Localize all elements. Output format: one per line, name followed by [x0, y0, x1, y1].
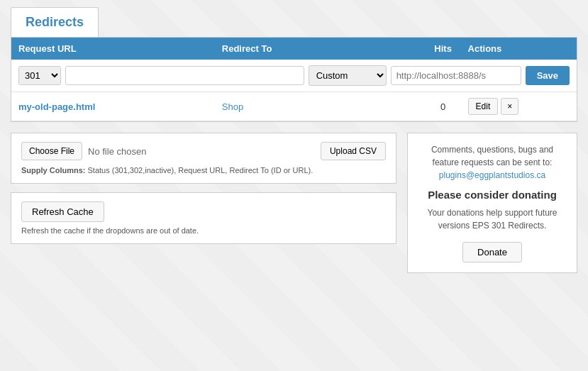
donate-text: Your donations help support future versi…	[419, 206, 565, 232]
header-hits: Hits	[426, 43, 461, 54]
edit-button[interactable]: Edit	[468, 98, 499, 115]
header-actions: Actions	[461, 43, 570, 54]
csv-upload-box: Choose File No file chosen Upload CSV Su…	[11, 133, 396, 184]
cell-actions: Edit ×	[461, 98, 570, 115]
redirect-type-wrap: Custom Page Post Category	[309, 65, 387, 86]
upload-csv-button[interactable]: Upload CSV	[321, 142, 386, 160]
cache-box: Refresh Cache Refresh the cache if the d…	[11, 192, 396, 244]
choose-file-button[interactable]: Choose File	[21, 142, 82, 160]
header-redirect-to: Redirect To	[222, 43, 426, 54]
redirect-url-input[interactable]	[391, 66, 521, 85]
cell-hits: 0	[426, 101, 461, 112]
redirect-type-select[interactable]: Custom Page Post Category	[309, 65, 387, 86]
redirects-table-card: Request URL Redirect To Hits Actions 301…	[11, 37, 577, 122]
add-redirect-row: 301 302 inactive Custom Page Post Catego…	[11, 60, 577, 92]
donate-button[interactable]: Donate	[462, 242, 522, 262]
page-title: Redirects	[11, 7, 99, 37]
delete-button[interactable]: ×	[501, 98, 518, 115]
csv-hint-text: Status (301,302,inactive), Request URL, …	[88, 166, 314, 175]
status-select[interactable]: 301 302 inactive	[18, 66, 61, 85]
csv-upload-row: Choose File No file chosen Upload CSV	[21, 142, 386, 160]
table-header-row: Request URL Redirect To Hits Actions	[11, 38, 577, 60]
cell-redirect-to: Shop	[222, 101, 426, 112]
save-button[interactable]: Save	[526, 66, 570, 85]
cache-hint: Refresh the cache if the dropdowns are o…	[21, 226, 386, 235]
table-row: my-old-page.html Shop 0 Edit ×	[11, 92, 577, 121]
contact-email-link[interactable]: plugins@eggplantstudios.ca	[439, 170, 545, 180]
donate-panel: Comments, questions, bugs and feature re…	[407, 133, 577, 273]
bottom-section: Choose File No file chosen Upload CSV Su…	[11, 133, 577, 273]
no-file-label: No file chosen	[88, 146, 146, 157]
header-request-url: Request URL	[18, 43, 222, 54]
csv-hint-prefix: Supply Columns:	[21, 166, 85, 175]
contact-text: Comments, questions, bugs and feature re…	[419, 143, 565, 182]
cell-request-url: my-old-page.html	[18, 101, 222, 112]
donate-heading: Please consider donating	[419, 189, 565, 201]
request-url-input[interactable]	[65, 66, 304, 85]
refresh-cache-button[interactable]: Refresh Cache	[21, 201, 104, 222]
csv-hint: Supply Columns: Status (301,302,inactive…	[21, 166, 386, 175]
left-panel: Choose File No file chosen Upload CSV Su…	[11, 133, 396, 273]
